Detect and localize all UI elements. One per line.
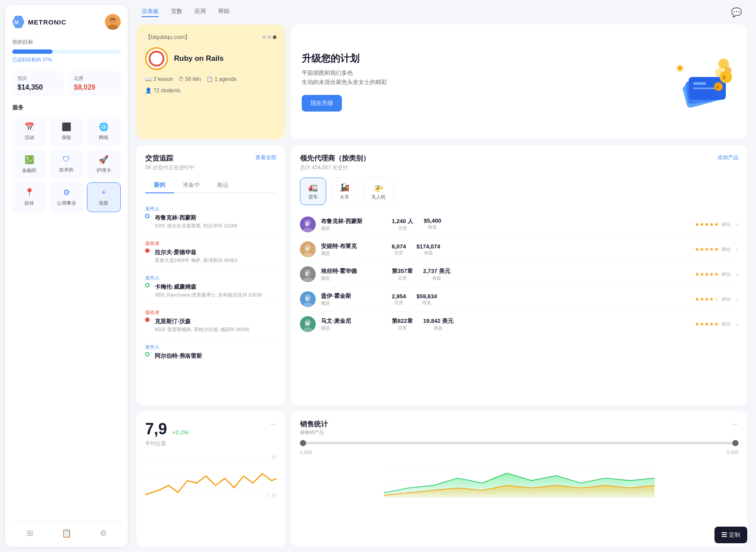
svg-text:M: M — [305, 321, 310, 327]
category-tab-货车[interactable]: 🚛 货车 — [300, 178, 326, 205]
delivery-name: 卡梅伦·威廉姆森 — [155, 283, 262, 291]
agents-header: 领先代理商（按类别） 总计 424,567 次交付 添加产品 — [300, 154, 739, 171]
nav-link-dashboard[interactable]: 仪表板 — [142, 7, 159, 17]
upgrade-button[interactable]: 现在升级 — [302, 95, 342, 112]
delivery-role-label: 接收者 — [145, 309, 276, 316]
sidebar-header: M METRONIC — [12, 14, 121, 30]
delivery-row-inner: 拉尔夫·爱德华兹 星家大道2464号 梅萨, 新泽西州 45463 — [145, 248, 276, 264]
main-area: 仪表板页数应用帮助 💬 【biqubiqu.com】 Ruby on — [133, 0, 756, 552]
status-dot — [145, 283, 150, 287]
settings-icon[interactable]: ⚙ — [100, 528, 107, 538]
sidebar: M METRONIC 你的目标 已达到目标的 37% 预算 $14,350 花费 — [5, 5, 128, 547]
activity-icon: 📅 — [24, 122, 34, 132]
service-item-tech[interactable]: 🛡 技术的 — [49, 150, 83, 179]
nav-link-help[interactable]: 帮助 — [218, 7, 230, 17]
agent-info: 布鲁克林·西蒙斯 南区 — [321, 217, 387, 232]
delivery-role-label: 发件人 — [145, 206, 276, 212]
无人机-label: 无人机 — [371, 194, 386, 200]
upgrade-description: 平面插图和我们多色 生动的未混合紫色头发女士的精彩 — [302, 69, 387, 87]
document-icon[interactable]: 📋 — [62, 528, 71, 538]
nav-link-pages[interactable]: 页数 — [171, 7, 182, 17]
revenue-value: $5,400 — [424, 217, 441, 224]
budget-label: 预算 — [17, 75, 59, 82]
layers-icon[interactable]: ⊞ — [27, 528, 33, 538]
avatar[interactable] — [105, 14, 121, 30]
agent-arrow-button[interactable]: › — [736, 296, 739, 303]
list-item: 发件人 阿尔伯特·弗洛雷斯 — [145, 339, 276, 365]
agent-avatar: M — [300, 316, 316, 332]
delivery-tab-2[interactable]: 船运 — [209, 178, 237, 193]
slider-track[interactable] — [300, 442, 739, 444]
slider-handle-left[interactable] — [300, 440, 306, 446]
sales-subtitle: 最畅销产品 — [300, 429, 328, 436]
svg-rect-14 — [693, 87, 715, 89]
agent-arrow-button[interactable]: › — [736, 321, 739, 328]
clock-icon: ⏱ — [178, 76, 184, 82]
service-item-hospitality[interactable]: 📍 款待 — [12, 182, 46, 212]
agents-card: 领先代理商（按类别） 总计 424,567 次交付 添加产品 🚛 货车 🚂 火车… — [291, 145, 747, 405]
slider-fill — [300, 442, 739, 444]
top-nav: 仪表板页数应用帮助 💬 — [133, 0, 751, 24]
expense-label: 花费 — [74, 75, 115, 82]
add-product-button[interactable]: 添加产品 — [718, 154, 739, 161]
y-label-3000: 3,000 — [300, 450, 312, 455]
火车-icon: 🚂 — [340, 182, 349, 192]
slider-handle-right[interactable] — [732, 440, 739, 446]
transactions-value: 6,074 — [392, 243, 406, 250]
expense-card: 花费 $8,029 — [69, 71, 121, 96]
service-item-nursing[interactable]: 🚀 护理卡 — [87, 150, 121, 179]
view-all-link[interactable]: 查看全部 — [255, 154, 276, 161]
service-item-network[interactable]: 🌐 网络 — [87, 117, 121, 146]
status-dot — [145, 318, 150, 322]
agent-arrow-button[interactable]: › — [736, 221, 739, 228]
course-card-header: 【biqubiqu.com】 — [145, 33, 276, 41]
delivery-tab-0[interactable]: 新的 — [145, 178, 174, 193]
svg-text:G: G — [305, 296, 309, 302]
svg-text:A: A — [305, 246, 309, 252]
revenue-value: $174,074 — [417, 243, 440, 250]
service-item-insurance[interactable]: ⬛ 保险 — [49, 117, 83, 146]
course-students: 👤 72 students — [145, 87, 181, 94]
course-card: 【biqubiqu.com】 Ruby on Rails 📖 3 l — [136, 24, 285, 139]
sales-more-icon[interactable]: ⋯ — [732, 420, 739, 428]
agent-arrow-button[interactable]: › — [736, 271, 739, 278]
chat-icon[interactable]: 💬 — [731, 7, 742, 17]
revenue-value: $59,634 — [417, 293, 437, 300]
avg-position-change: +2.2% — [172, 429, 188, 436]
agent-rating: ★★★★★ 评分 — [695, 246, 731, 253]
revenue-label: 收益 — [423, 275, 450, 281]
nav-link-apps[interactable]: 应用 — [195, 7, 206, 17]
货车-label: 货车 — [308, 194, 318, 200]
sales-title: 销售统计 — [300, 420, 328, 429]
category-tab-无人机[interactable]: 🚁 无人机 — [363, 178, 394, 205]
agent-stats: 第822章 交货 19,842 美元 收益 — [392, 317, 690, 331]
svg-text:E: E — [305, 271, 309, 277]
delivery-row-inner: 阿尔伯特·弗洛雷斯 — [145, 352, 276, 360]
sales-chart-svg — [300, 458, 739, 498]
more-options-icon[interactable]: ⋯ — [269, 420, 276, 428]
transactions-label: 交货 — [392, 225, 413, 231]
table-row: E 埃丝特·霍华德 南区 第357章 交货 2,737 美元 收益 ★★★★★ … — [300, 262, 739, 287]
revenue-value: 19,842 美元 — [423, 317, 453, 325]
agent-region: 南区 — [321, 225, 387, 232]
service-item-add[interactable]: + 添新 — [87, 182, 121, 212]
service-item-activity[interactable]: 📅 活动 — [12, 117, 46, 146]
services-title: 服务 — [12, 104, 121, 112]
category-tab-火车[interactable]: 🚂 火车 — [331, 178, 358, 205]
agent-region: 南区 — [321, 300, 387, 307]
public-label: 公用事业 — [57, 200, 76, 206]
service-item-public[interactable]: ⚙ 公用事业 — [49, 182, 83, 212]
agent-info: 马文·麦金尼 南区 — [321, 317, 387, 332]
svg-text:$: $ — [717, 85, 719, 89]
agent-avatar: E — [300, 266, 316, 282]
delivery-header: 交货追踪 56 次交付正在进行中 查看全部 — [145, 154, 276, 171]
service-item-finance[interactable]: 💹 金融的 — [12, 150, 46, 179]
customize-button[interactable]: ☰ 定制 — [714, 527, 747, 543]
table-row: M 马文·麦金尼 南区 第822章 交货 19,842 美元 收益 ★★★★★ … — [300, 312, 739, 336]
transactions-value: 第822章 — [392, 317, 413, 325]
delivery-card: 交货追踪 56 次交付正在进行中 查看全部 新的准备中船运 发件人 布鲁克林·西… — [136, 145, 285, 405]
expense-value: $8,029 — [74, 84, 115, 91]
delivery-tab-1[interactable]: 准备中 — [174, 178, 209, 193]
agent-arrow-button[interactable]: › — [736, 246, 739, 253]
agent-rating: ★★★★★ 评分 — [695, 271, 731, 278]
